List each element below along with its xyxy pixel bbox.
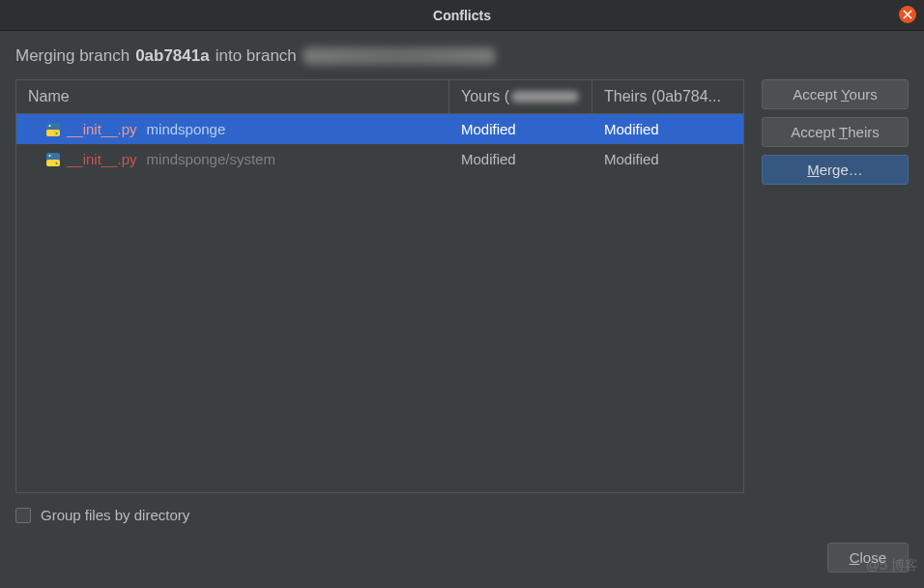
merge-button[interactable]: Merge…: [762, 155, 909, 185]
checkbox-label: Group files by directory: [41, 507, 189, 523]
dialog-content: Merging branch 0ab7841a into branch Name…: [0, 31, 924, 588]
main-row: Name Yours ( Theirs (0ab784... __init__.…: [15, 79, 909, 493]
yours-branch-redacted: [511, 91, 579, 103]
table-row[interactable]: __init__.py mindsponge/system Modified M…: [16, 144, 743, 174]
target-branch-redacted: [303, 47, 496, 65]
close-icon: [903, 10, 912, 19]
python-file-icon: [45, 122, 61, 137]
window-title: Conflicts: [433, 8, 491, 23]
column-header-yours[interactable]: Yours (: [449, 80, 592, 113]
side-buttons: Accept Yours Accept Theirs Merge…: [762, 79, 909, 493]
group-by-directory-checkbox[interactable]: Group files by directory: [15, 507, 189, 523]
titlebar: Conflicts: [0, 0, 924, 31]
column-header-theirs[interactable]: Theirs (0ab784...: [592, 80, 743, 113]
cell-yours: Modified: [449, 147, 592, 171]
svg-point-7: [56, 162, 58, 164]
accept-theirs-button[interactable]: Accept Theirs: [762, 117, 909, 147]
close-button[interactable]: Close: [827, 543, 909, 573]
svg-point-2: [49, 125, 51, 127]
conflicts-table-wrap: Name Yours ( Theirs (0ab784... __init__.…: [15, 79, 744, 493]
cell-theirs: Modified: [592, 117, 743, 141]
merge-middle: into branch: [216, 46, 297, 66]
svg-rect-1: [46, 130, 60, 136]
merge-prefix: Merging branch: [15, 46, 130, 66]
python-file-icon: [45, 152, 61, 167]
cell-name: __init__.py mindsponge: [16, 117, 449, 141]
table-body: __init__.py mindsponge Modified Modified…: [16, 114, 743, 492]
close-window-button[interactable]: [899, 6, 916, 23]
column-header-name[interactable]: Name: [16, 80, 449, 113]
checkbox-icon: [15, 508, 31, 523]
footer-row: Group files by directory: [15, 507, 909, 523]
conflicts-table: Name Yours ( Theirs (0ab784... __init__.…: [15, 79, 744, 493]
cell-name: __init__.py mindsponge/system: [16, 147, 449, 171]
source-branch: 0ab7841a: [135, 46, 210, 66]
svg-rect-5: [46, 160, 60, 166]
cell-yours: Modified: [449, 117, 592, 141]
filename: __init__.py: [67, 121, 137, 137]
bottom-bar: Close: [15, 543, 909, 573]
merge-message: Merging branch 0ab7841a into branch: [15, 46, 909, 66]
svg-point-3: [56, 132, 58, 134]
svg-point-6: [49, 155, 51, 157]
filepath: mindsponge/system: [147, 151, 275, 167]
table-row[interactable]: __init__.py mindsponge Modified Modified: [16, 114, 743, 144]
cell-theirs: Modified: [592, 147, 743, 171]
table-header: Name Yours ( Theirs (0ab784...: [16, 80, 743, 114]
filename: __init__.py: [67, 151, 137, 167]
accept-yours-button[interactable]: Accept Yours: [762, 79, 909, 109]
filepath: mindsponge: [147, 121, 226, 137]
